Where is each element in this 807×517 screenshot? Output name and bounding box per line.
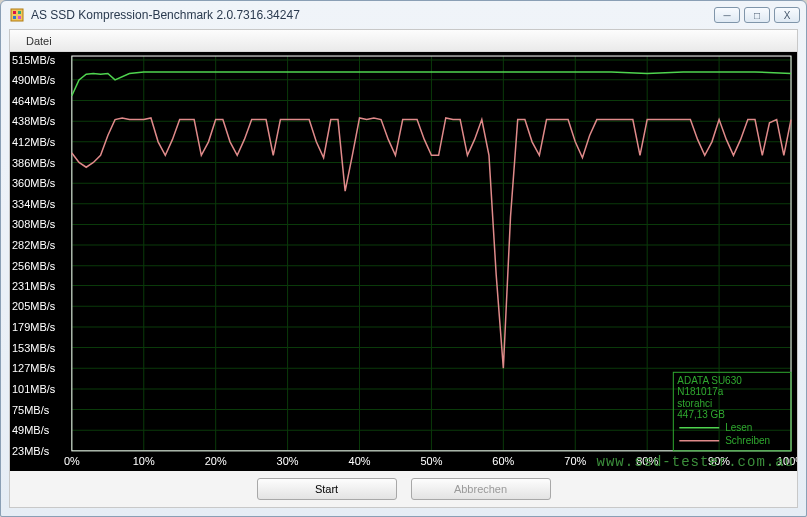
button-row: Start Abbrechen (10, 471, 797, 507)
svg-text:282MB/s: 282MB/s (12, 239, 56, 251)
svg-text:231MB/s: 231MB/s (12, 280, 56, 292)
svg-text:N181017a: N181017a (677, 386, 723, 397)
svg-text:10%: 10% (133, 455, 155, 467)
svg-text:60%: 60% (492, 455, 514, 467)
close-button[interactable]: X (774, 7, 800, 23)
menubar: Datei (10, 30, 797, 52)
svg-text:70%: 70% (564, 455, 586, 467)
window-title: AS SSD Kompression-Benchmark 2.0.7316.34… (31, 8, 714, 22)
minimize-button[interactable]: ─ (714, 7, 740, 23)
window-controls: ─ □ X (714, 7, 800, 23)
svg-rect-1 (13, 11, 16, 14)
app-window: AS SSD Kompression-Benchmark 2.0.7316.34… (0, 0, 807, 517)
svg-text:153MB/s: 153MB/s (12, 342, 56, 354)
svg-text:23MB/s: 23MB/s (12, 445, 50, 457)
svg-text:127MB/s: 127MB/s (12, 362, 56, 374)
svg-text:205MB/s: 205MB/s (12, 300, 56, 312)
svg-text:447,13 GB: 447,13 GB (677, 409, 725, 420)
svg-text:49MB/s: 49MB/s (12, 424, 50, 436)
svg-text:40%: 40% (349, 455, 371, 467)
cancel-button: Abbrechen (411, 478, 551, 500)
svg-text:50%: 50% (420, 455, 442, 467)
svg-text:ADATA SU630: ADATA SU630 (677, 375, 742, 386)
svg-text:Lesen: Lesen (725, 422, 752, 433)
svg-text:80%: 80% (636, 455, 658, 467)
svg-text:0%: 0% (64, 455, 80, 467)
svg-text:30%: 30% (277, 455, 299, 467)
titlebar[interactable]: AS SSD Kompression-Benchmark 2.0.7316.34… (1, 1, 806, 29)
svg-text:75MB/s: 75MB/s (12, 404, 50, 416)
svg-text:438MB/s: 438MB/s (12, 115, 56, 127)
svg-text:90%: 90% (708, 455, 730, 467)
client-area: Datei 515MB/s490MB/s464MB/s438MB/s412MB/… (9, 29, 798, 508)
app-icon (9, 7, 25, 23)
svg-text:100%: 100% (777, 455, 797, 467)
svg-text:464MB/s: 464MB/s (12, 94, 56, 106)
svg-rect-2 (18, 11, 21, 14)
svg-text:412MB/s: 412MB/s (12, 136, 56, 148)
compression-chart: 515MB/s490MB/s464MB/s438MB/s412MB/s386MB… (10, 52, 797, 471)
svg-text:Schreiben: Schreiben (725, 435, 770, 446)
start-button[interactable]: Start (257, 478, 397, 500)
svg-text:334MB/s: 334MB/s (12, 198, 56, 210)
svg-rect-4 (18, 16, 21, 19)
svg-text:360MB/s: 360MB/s (12, 177, 56, 189)
svg-text:101MB/s: 101MB/s (12, 383, 56, 395)
svg-text:515MB/s: 515MB/s (12, 54, 56, 66)
menu-file[interactable]: Datei (18, 33, 60, 49)
svg-rect-0 (11, 9, 23, 21)
svg-text:386MB/s: 386MB/s (12, 156, 56, 168)
svg-text:490MB/s: 490MB/s (12, 74, 56, 86)
svg-text:256MB/s: 256MB/s (12, 260, 56, 272)
svg-text:storahci: storahci (677, 397, 712, 408)
svg-text:179MB/s: 179MB/s (12, 321, 56, 333)
svg-text:308MB/s: 308MB/s (12, 218, 56, 230)
svg-rect-3 (13, 16, 16, 19)
chart-area: 515MB/s490MB/s464MB/s438MB/s412MB/s386MB… (10, 52, 797, 471)
maximize-button[interactable]: □ (744, 7, 770, 23)
svg-text:20%: 20% (205, 455, 227, 467)
